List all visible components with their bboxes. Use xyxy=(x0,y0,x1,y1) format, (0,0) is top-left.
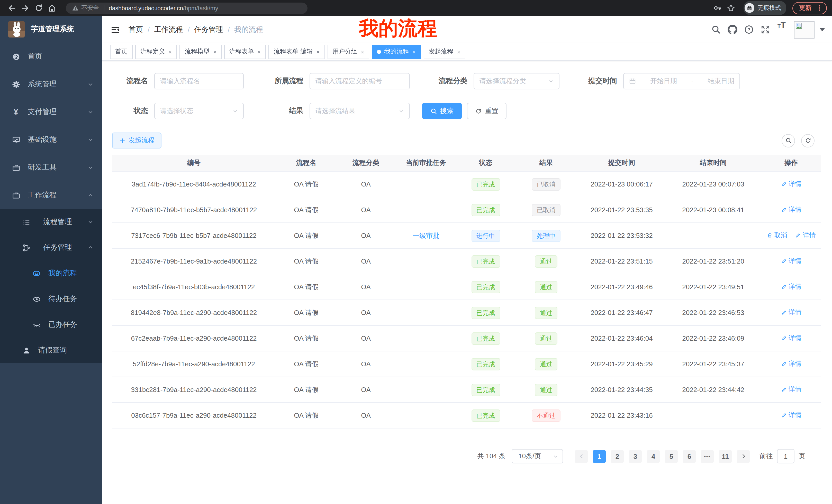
monitor-icon xyxy=(11,135,21,144)
sidebar-item-todo-tasks[interactable]: 待办任务 xyxy=(0,286,102,312)
detail-link[interactable]: 详情 xyxy=(781,385,801,394)
sidebar-item-task-mgmt[interactable]: 任务管理 xyxy=(0,235,102,260)
edit-icon xyxy=(781,181,787,187)
tab-home[interactable]: 首页 xyxy=(110,45,133,59)
close-icon[interactable]: × xyxy=(457,49,460,55)
tab-process-definition[interactable]: 流程定义× xyxy=(135,45,177,59)
search-icon[interactable] xyxy=(707,20,724,39)
detail-link[interactable]: 详情 xyxy=(781,308,801,317)
avatar-caret-icon[interactable] xyxy=(820,28,825,31)
page-button[interactable]: 4 xyxy=(647,450,660,463)
close-icon[interactable]: × xyxy=(258,49,261,55)
fullscreen-icon[interactable] xyxy=(757,20,773,39)
back-icon[interactable] xyxy=(5,1,19,15)
sidebar-item-leave-query[interactable]: 请假查询 xyxy=(0,338,102,363)
hamburger-icon[interactable] xyxy=(106,20,125,39)
more-pages-button[interactable]: ••• xyxy=(701,450,714,463)
url-text[interactable]: dashboard.yudao.iocoder.cn/bpm/task/my xyxy=(109,5,218,11)
status-badge: 已完成 xyxy=(471,255,500,268)
home-icon[interactable] xyxy=(45,1,59,15)
security-label[interactable]: 不安全 xyxy=(81,4,99,12)
cancel-link[interactable]: 取消 xyxy=(766,231,787,240)
forward-icon[interactable] xyxy=(19,1,32,15)
definition-label: 所属流程 xyxy=(258,77,303,86)
refresh-button[interactable] xyxy=(801,134,814,147)
github-icon[interactable] xyxy=(724,20,740,39)
category-select[interactable]: 请选择流程分类 xyxy=(474,73,560,89)
process-definition-input[interactable]: 请输入流程定义的编号 xyxy=(310,73,410,89)
detail-link[interactable]: 详情 xyxy=(795,231,816,240)
tab-process-form-edit[interactable]: 流程表单-编辑× xyxy=(269,45,325,59)
sidebar-item-home[interactable]: 首页 xyxy=(0,43,102,71)
question-icon[interactable]: ? xyxy=(740,20,757,39)
font-size-icon[interactable]: TT xyxy=(773,20,790,39)
breadcrumb-workflow[interactable]: 工作流程 xyxy=(154,25,183,34)
prev-page-button[interactable] xyxy=(575,450,588,463)
close-icon[interactable]: × xyxy=(213,49,216,55)
detail-link[interactable]: 详情 xyxy=(781,180,801,189)
star-icon[interactable] xyxy=(724,1,737,15)
detail-link[interactable]: 详情 xyxy=(781,257,801,265)
detail-link[interactable]: 详情 xyxy=(781,411,801,420)
table-row: 03c6c157-7b9a-11ec-a290-acde48001122OA 请… xyxy=(112,402,821,428)
result-select[interactable]: 请选择流结果 xyxy=(310,103,410,119)
key-icon[interactable] xyxy=(711,1,724,15)
plus-icon xyxy=(119,137,126,144)
close-icon[interactable]: × xyxy=(316,49,320,55)
toggle-search-button[interactable] xyxy=(782,134,795,147)
result-label: 结果 xyxy=(258,106,303,116)
jump-page-input[interactable] xyxy=(777,449,795,464)
kebab-menu-icon[interactable] xyxy=(815,4,823,12)
search-button[interactable]: 搜索 xyxy=(422,103,462,119)
chevron-up-icon xyxy=(87,245,94,251)
sidebar-item-workflow[interactable]: 工作流程 xyxy=(0,181,102,209)
close-icon[interactable]: × xyxy=(361,49,364,55)
reset-button[interactable]: 重置 xyxy=(467,103,506,119)
update-button[interactable]: 更新 xyxy=(792,2,827,14)
page-button[interactable]: 5 xyxy=(665,450,678,463)
page-button[interactable]: 1 xyxy=(593,450,606,463)
refresh-icon xyxy=(805,137,811,144)
next-page-button[interactable] xyxy=(737,450,750,463)
sidebar-item-process-mgmt[interactable]: 流程管理 xyxy=(0,209,102,235)
process-name-input[interactable]: 请输入流程名 xyxy=(154,73,244,89)
warning-icon xyxy=(72,5,79,11)
breadcrumb-task-mgmt[interactable]: 任务管理 xyxy=(194,25,223,34)
status-select[interactable]: 请选择状态 xyxy=(154,103,244,119)
create-process-button[interactable]: 发起流程 xyxy=(112,133,161,148)
sidebar-item-done-tasks[interactable]: 已办任务 xyxy=(0,312,102,338)
page-button[interactable]: 3 xyxy=(629,450,642,463)
app-logo[interactable]: 芋道管理系统 xyxy=(0,16,102,43)
page-content: 流程名 请输入流程名 所属流程 请输入流程定义的编号 流程分类 请选择流程分类 xyxy=(102,61,832,504)
sidebar-item-devtools[interactable]: 研发工具 xyxy=(0,153,102,181)
page-size-select[interactable]: 10条/页 xyxy=(512,449,563,464)
sidebar-item-my-process[interactable]: 我的流程 xyxy=(0,260,102,286)
edit-icon xyxy=(781,335,787,341)
detail-link[interactable]: 详情 xyxy=(781,283,801,291)
close-icon[interactable]: × xyxy=(412,49,416,55)
sidebar-item-system[interactable]: 系统管理 xyxy=(0,71,102,98)
sidebar-item-payment[interactable]: ¥ 支付管理 xyxy=(0,98,102,126)
reload-icon[interactable] xyxy=(32,1,45,15)
tab-process-model[interactable]: 流程模型× xyxy=(180,45,222,59)
screen: 不安全 dashboard.yudao.iocoder.cn/bpm/task/… xyxy=(0,0,832,504)
process-table: 编号 流程名 流程分类 当前审批任务 状态 结果 提交时间 结束时间 操作 xyxy=(112,155,821,428)
sidebar-item-infrastructure[interactable]: 基础设施 xyxy=(0,126,102,153)
detail-link[interactable]: 详情 xyxy=(781,205,801,214)
detail-link[interactable]: 详情 xyxy=(781,334,801,343)
refresh-icon xyxy=(475,108,482,114)
url-bar[interactable]: 不安全 dashboard.yudao.iocoder.cn/bpm/task/… xyxy=(66,2,308,13)
page-button[interactable]: 2 xyxy=(611,450,624,463)
detail-link[interactable]: 详情 xyxy=(781,360,801,368)
page-button[interactable]: 11 xyxy=(719,450,732,463)
tab-process-form[interactable]: 流程表单× xyxy=(224,45,266,59)
breadcrumb-home[interactable]: 首页 xyxy=(129,25,143,34)
tab-user-group[interactable]: 用户分组× xyxy=(328,45,369,59)
avatar[interactable] xyxy=(794,21,814,38)
current-task-link[interactable]: 一级审批 xyxy=(413,231,439,240)
tab-my-process[interactable]: 我的流程× xyxy=(372,45,421,59)
date-range-picker[interactable]: 开始日期 - 结束日期 xyxy=(623,73,740,89)
page-button[interactable]: 6 xyxy=(683,450,696,463)
tab-start-process[interactable]: 发起流程× xyxy=(423,45,465,59)
close-icon[interactable]: × xyxy=(169,49,172,55)
